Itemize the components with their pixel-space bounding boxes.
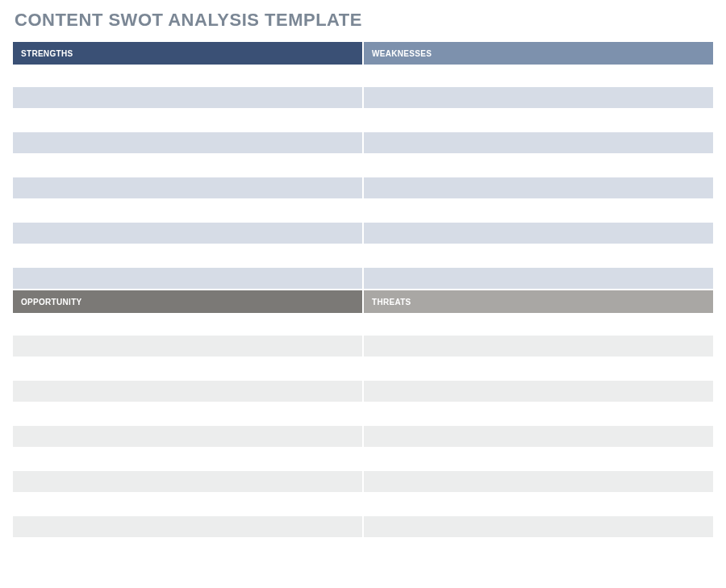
weaknesses-cell[interactable] <box>364 110 713 132</box>
strengths-cell[interactable] <box>13 177 364 200</box>
threats-cell[interactable] <box>364 381 713 403</box>
opportunity-cell[interactable] <box>13 471 364 494</box>
threats-cell[interactable] <box>364 358 713 381</box>
table-row <box>13 381 713 403</box>
table-row <box>13 313 713 336</box>
table-row <box>13 403 713 426</box>
table-row <box>13 336 713 358</box>
strengths-cell[interactable] <box>13 268 364 290</box>
table-row <box>13 200 713 223</box>
weaknesses-cell[interactable] <box>364 200 713 223</box>
swot-container: STRENGTHS WEAKNESSES OPPORTUNITY THREATS <box>13 42 713 539</box>
threats-cell[interactable] <box>364 313 713 336</box>
top-rows <box>13 65 713 290</box>
table-row <box>13 448 713 471</box>
swot-bottom-section: OPPORTUNITY THREATS <box>13 290 713 539</box>
strengths-cell[interactable] <box>13 200 364 223</box>
weaknesses-cell[interactable] <box>364 87 713 110</box>
opportunity-header: OPPORTUNITY <box>13 290 364 313</box>
weaknesses-cell[interactable] <box>364 245 713 268</box>
table-row <box>13 132 713 155</box>
table-row <box>13 245 713 268</box>
opportunity-cell[interactable] <box>13 494 364 516</box>
opportunity-cell[interactable] <box>13 381 364 403</box>
strengths-cell[interactable] <box>13 110 364 132</box>
swot-top-section: STRENGTHS WEAKNESSES <box>13 42 713 290</box>
opportunity-cell[interactable] <box>13 358 364 381</box>
table-row <box>13 494 713 516</box>
table-row <box>13 177 713 200</box>
threats-cell[interactable] <box>364 426 713 448</box>
table-row <box>13 471 713 494</box>
opportunity-cell[interactable] <box>13 448 364 471</box>
threats-cell[interactable] <box>364 471 713 494</box>
page-title: CONTENT SWOT ANALYSIS TEMPLATE <box>15 10 713 31</box>
threats-cell[interactable] <box>364 403 713 426</box>
bottom-rows <box>13 313 713 539</box>
table-row <box>13 155 713 177</box>
weaknesses-header: WEAKNESSES <box>364 42 713 65</box>
bottom-header-row: OPPORTUNITY THREATS <box>13 290 713 313</box>
strengths-cell[interactable] <box>13 132 364 155</box>
weaknesses-cell[interactable] <box>364 177 713 200</box>
opportunity-cell[interactable] <box>13 313 364 336</box>
weaknesses-cell[interactable] <box>364 132 713 155</box>
threats-cell[interactable] <box>364 336 713 358</box>
strengths-cell[interactable] <box>13 223 364 245</box>
opportunity-cell[interactable] <box>13 403 364 426</box>
strengths-cell[interactable] <box>13 87 364 110</box>
threats-cell[interactable] <box>364 494 713 516</box>
table-row <box>13 87 713 110</box>
weaknesses-cell[interactable] <box>364 268 713 290</box>
table-row <box>13 358 713 381</box>
opportunity-cell[interactable] <box>13 516 364 539</box>
weaknesses-cell[interactable] <box>364 155 713 177</box>
table-row <box>13 516 713 539</box>
opportunity-cell[interactable] <box>13 336 364 358</box>
strengths-cell[interactable] <box>13 245 364 268</box>
threats-cell[interactable] <box>364 516 713 539</box>
table-row <box>13 268 713 290</box>
weaknesses-cell[interactable] <box>364 223 713 245</box>
table-row <box>13 223 713 245</box>
threats-cell[interactable] <box>364 448 713 471</box>
table-row <box>13 65 713 87</box>
strengths-cell[interactable] <box>13 65 364 87</box>
opportunity-cell[interactable] <box>13 426 364 448</box>
top-header-row: STRENGTHS WEAKNESSES <box>13 42 713 65</box>
weaknesses-cell[interactable] <box>364 65 713 87</box>
strengths-cell[interactable] <box>13 155 364 177</box>
table-row <box>13 426 713 448</box>
threats-header: THREATS <box>364 290 713 313</box>
strengths-header: STRENGTHS <box>13 42 364 65</box>
table-row <box>13 110 713 132</box>
